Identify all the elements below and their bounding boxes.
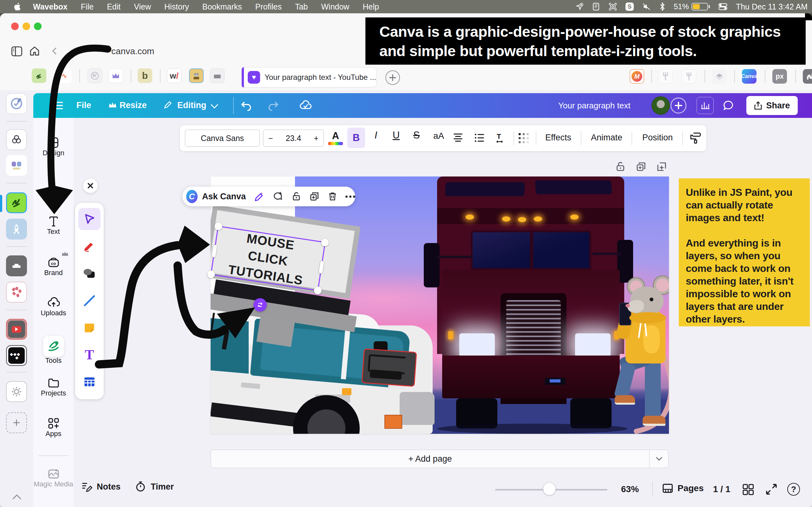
text-case-button[interactable]: aA (430, 131, 447, 141)
menu-item-help[interactable]: Help (362, 2, 379, 11)
alignment-button[interactable] (452, 132, 464, 144)
menu-item-window[interactable]: Window (321, 2, 350, 11)
pinned-tab-b-icon[interactable]: b (138, 68, 152, 83)
position-button[interactable]: Position (642, 133, 673, 143)
app-icon-pinwheel[interactable] (6, 282, 27, 302)
comments-button[interactable] (720, 97, 737, 114)
bluetooth-icon[interactable] (659, 2, 665, 11)
add-app-button[interactable] (6, 412, 27, 433)
add-page-button[interactable]: + Add page (211, 450, 669, 468)
home-icon[interactable] (29, 46, 40, 56)
redo-icon[interactable] (267, 100, 280, 112)
app-icon-youtube[interactable] (6, 319, 27, 340)
sidebar-item-magic-media[interactable]: Magic Media (33, 467, 73, 488)
sidebar-item-uploads[interactable]: Uploads (33, 296, 73, 317)
menu-item-tab[interactable]: Tab (295, 2, 308, 11)
share-button[interactable]: Share (746, 96, 798, 115)
duplicate-icon[interactable] (309, 190, 320, 203)
app-icon-tasks[interactable] (6, 93, 27, 114)
font-family-selector[interactable]: Canva Sans (185, 130, 260, 147)
editing-mode-dropdown[interactable]: Editing (177, 101, 206, 110)
notes-status-icon[interactable] (592, 3, 600, 11)
effects-button[interactable]: Effects (545, 133, 571, 143)
back-icon[interactable] (50, 46, 60, 56)
text-color-button[interactable]: A (328, 130, 343, 145)
comment-add-icon[interactable] (272, 190, 283, 203)
menu-item-edit[interactable]: Edit (107, 2, 120, 11)
more-options-icon[interactable] (345, 195, 355, 198)
app-icon-wavebox-active[interactable] (6, 192, 27, 213)
sidebar-item-text[interactable]: Text (33, 215, 73, 236)
resize-button[interactable]: Resize (119, 101, 147, 110)
menu-item-view[interactable]: View (134, 2, 151, 11)
font-size-minus[interactable]: − (268, 134, 273, 143)
pinned-tab-n-icon[interactable]: ∿ (57, 68, 72, 83)
file-menu-button[interactable]: File (77, 101, 91, 110)
grille-element[interactable] (361, 348, 417, 387)
ask-canva-label[interactable]: Ask Canva (202, 192, 246, 202)
pinned-tab-mouse-icon[interactable] (189, 68, 204, 83)
fullscreen-icon[interactable] (765, 483, 778, 496)
shortcuts-icon[interactable]: S (625, 3, 634, 11)
minimize-window-button[interactable] (22, 22, 30, 30)
url-text[interactable]: canva.com (111, 46, 154, 56)
sidebar-item-tools-active[interactable] (43, 336, 64, 357)
delete-icon[interactable] (327, 190, 338, 203)
chevron-down-icon[interactable] (210, 103, 218, 109)
copy-style-button[interactable] (689, 131, 702, 144)
duplicate-page-icon[interactable] (635, 161, 647, 172)
sticky-note[interactable]: Unlike in JS Paint, you can actually rot… (679, 178, 810, 326)
grid-view-icon[interactable] (742, 483, 754, 496)
app-icon-people[interactable] (6, 155, 27, 176)
design-title[interactable]: Your paragraph text (558, 101, 630, 111)
pinned-tab-fork2-icon[interactable] (681, 69, 696, 83)
menu-item-profiles[interactable]: Profiles (255, 2, 282, 11)
pinned-tab-circle-icon[interactable] (88, 68, 102, 83)
zoom-slider-knob[interactable] (543, 483, 556, 495)
draw-tool[interactable] (80, 237, 99, 257)
pinned-tab-wave-icon[interactable] (803, 69, 812, 83)
pinned-tab-mail-icon[interactable] (108, 68, 123, 83)
sound-muted-icon[interactable] (642, 3, 651, 11)
list-button[interactable] (473, 132, 486, 144)
app-icon-settings[interactable] (6, 381, 27, 402)
app-icon-openai[interactable] (6, 129, 27, 150)
text-tool[interactable]: T (80, 345, 99, 364)
sidebar-item-brand[interactable]: co Brand (33, 256, 73, 277)
font-size-stepper[interactable]: − 23.4 + (263, 130, 324, 147)
underline-button[interactable]: U (390, 130, 403, 141)
menu-item-wavebox[interactable]: Wavebox (33, 2, 67, 11)
pinned-tab-layers-icon[interactable] (712, 69, 727, 83)
table-tool[interactable] (80, 372, 99, 391)
zoom-window-button[interactable] (34, 22, 42, 30)
collapse-chevron-icon[interactable] (11, 493, 22, 500)
add-page-dropdown[interactable] (649, 450, 668, 468)
sidebar-toggle-icon[interactable] (11, 46, 22, 56)
control-center-icon[interactable] (718, 3, 728, 11)
rotate-handle[interactable] (253, 298, 267, 312)
select-tool[interactable] (80, 210, 99, 228)
pinned-tab-w-icon[interactable]: w/ (167, 68, 182, 83)
sidebar-item-design[interactable]: Design (33, 136, 73, 157)
pinned-tab-wavebox-icon[interactable] (32, 68, 46, 83)
help-button[interactable]: ? (787, 483, 800, 496)
active-tab[interactable]: ♥ Your paragraph text - YouTube ... (241, 67, 376, 88)
spacing-button[interactable]: T (495, 132, 507, 144)
line-tool[interactable] (80, 291, 99, 310)
add-member-icon[interactable] (670, 97, 687, 114)
bold-button[interactable]: B (347, 128, 365, 148)
lock-element-icon[interactable] (291, 190, 302, 203)
sidebar-item-apps[interactable]: Apps (33, 417, 73, 438)
app-icon-tidal[interactable]: ◆◆◆◆ (6, 345, 27, 366)
font-size-plus[interactable]: + (314, 134, 318, 143)
screenshot-icon[interactable] (608, 3, 617, 11)
pinned-tab-px-icon[interactable]: px (772, 69, 787, 83)
menu-clock[interactable]: Thu Dec 11 3:42 AM (736, 2, 808, 11)
menu-item-bookmarks[interactable]: Bookmarks (202, 2, 242, 11)
menu-icon[interactable] (53, 101, 64, 110)
undo-icon[interactable] (240, 100, 253, 112)
pages-button[interactable]: Pages (662, 482, 704, 494)
insights-button[interactable] (697, 97, 714, 114)
apple-menu[interactable] (14, 3, 21, 11)
avatar[interactable] (652, 96, 670, 115)
